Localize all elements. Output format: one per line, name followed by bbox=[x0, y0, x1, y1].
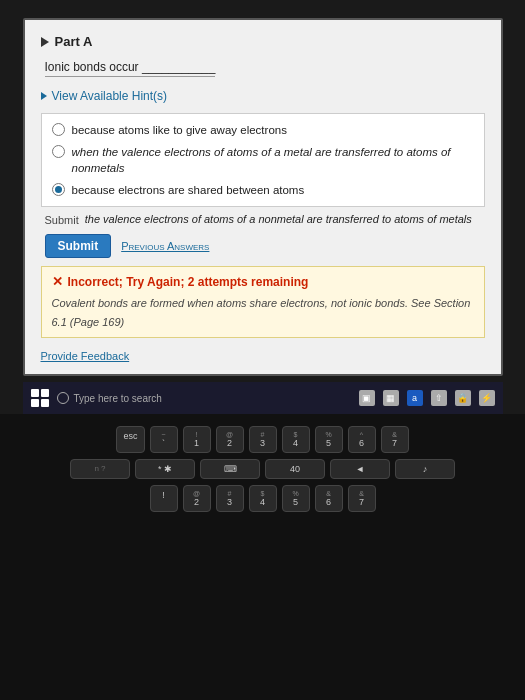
kb-1[interactable]: ! 1 bbox=[183, 426, 211, 453]
kb-tilde[interactable]: ~ ` bbox=[150, 426, 178, 453]
options-box: because atoms like to give away electron… bbox=[41, 113, 485, 207]
windows-icon[interactable] bbox=[31, 389, 49, 407]
provide-feedback-link[interactable]: Provide Feedback bbox=[41, 350, 130, 362]
kb-sound[interactable]: ♪ bbox=[395, 459, 455, 479]
hints-link[interactable]: View Available Hint(s) bbox=[52, 89, 168, 103]
option-d-text: the valence electrons of atoms of a nonm… bbox=[85, 213, 472, 225]
ionic-bonds-text: Ionic bonds occur ___________ bbox=[45, 60, 216, 77]
option-c-text: because electrons are shared between ato… bbox=[72, 182, 474, 198]
submit-button[interactable]: Submit bbox=[45, 234, 112, 258]
radio-a[interactable] bbox=[52, 123, 65, 136]
kb-2[interactable]: @ 2 bbox=[216, 426, 244, 453]
previous-answers-link[interactable]: Previous Answers bbox=[121, 240, 209, 252]
ionic-bonds-line: Ionic bonds occur ___________ bbox=[45, 57, 485, 83]
kb-rect[interactable]: ⌨ bbox=[200, 459, 260, 479]
feedback-box: ✕ Incorrect; Try Again; 2 attempts remai… bbox=[41, 266, 485, 338]
x-icon: ✕ bbox=[52, 274, 63, 289]
option-c-row[interactable]: because electrons are shared between ato… bbox=[52, 182, 474, 198]
win-cell-3 bbox=[31, 399, 39, 407]
kb-6[interactable]: ^ 6 bbox=[348, 426, 376, 453]
kb-3[interactable]: # 3 bbox=[249, 426, 277, 453]
radio-c-fill bbox=[55, 186, 62, 193]
option-b-text: when the valence electrons of atoms of a… bbox=[72, 144, 474, 176]
kb-row-main: ! @ 2 # 3 $ 4 % 5 & 6 & 7 bbox=[20, 485, 505, 512]
win-cell-2 bbox=[41, 389, 49, 397]
taskbar-icon-2[interactable]: ▦ bbox=[383, 390, 399, 406]
taskbar-icon-5[interactable]: ⚡ bbox=[479, 390, 495, 406]
submit-option-d-area: Submit the valence electrons of atoms of… bbox=[41, 213, 485, 226]
kb-dollar[interactable]: $ 4 bbox=[249, 485, 277, 512]
taskbar-icons: ▣ ▦ a ⇧ 🔒 ⚡ bbox=[359, 390, 495, 406]
option-a-row[interactable]: because atoms like to give away electron… bbox=[52, 122, 474, 138]
part-a-title: Part A bbox=[55, 34, 93, 49]
kb-amp[interactable]: & 6 bbox=[315, 485, 343, 512]
collapse-icon bbox=[41, 37, 49, 47]
search-circle-icon bbox=[57, 392, 69, 404]
taskbar-icon-1[interactable]: ▣ bbox=[359, 390, 375, 406]
screen-content: Part A Ionic bonds occur ___________ Vie… bbox=[23, 18, 503, 376]
kb-row-top: esc ~ ` ! 1 @ 2 # 3 $ 4 % 5 ^ 6 bbox=[20, 426, 505, 453]
incorrect-line: ✕ Incorrect; Try Again; 2 attempts remai… bbox=[52, 274, 474, 289]
kb-num40[interactable]: 40 bbox=[265, 459, 325, 479]
submit-label-inline: Submit bbox=[45, 213, 79, 226]
kb-back[interactable]: ◄ bbox=[330, 459, 390, 479]
part-a-header: Part A bbox=[41, 34, 485, 49]
kb-hash[interactable]: # 3 bbox=[216, 485, 244, 512]
search-placeholder: Type here to search bbox=[74, 393, 162, 404]
taskbar: Type here to search ▣ ▦ a ⇧ 🔒 ⚡ bbox=[23, 382, 503, 414]
kb-excl[interactable]: ! bbox=[150, 485, 178, 512]
kb-7[interactable]: & 7 bbox=[381, 426, 409, 453]
search-area[interactable]: Type here to search bbox=[57, 392, 351, 404]
feedback-detail: Covalent bonds are formed when atoms sha… bbox=[52, 297, 471, 327]
chevron-right-icon bbox=[41, 92, 47, 100]
win-cell-4 bbox=[41, 399, 49, 407]
hints-row[interactable]: View Available Hint(s) bbox=[41, 89, 485, 103]
kb-asterisk[interactable]: * ✱ bbox=[135, 459, 195, 479]
taskbar-icon-4[interactable]: 🔒 bbox=[455, 390, 471, 406]
kb-esc[interactable]: esc bbox=[116, 426, 144, 453]
kb-percent[interactable]: % 5 bbox=[282, 485, 310, 512]
taskbar-icon-3[interactable]: ⇧ bbox=[431, 390, 447, 406]
kb-seven[interactable]: & 7 bbox=[348, 485, 376, 512]
option-a-text: because atoms like to give away electron… bbox=[72, 122, 474, 138]
kb-at[interactable]: @ 2 bbox=[183, 485, 211, 512]
kb-row-numbers: n ? * ✱ ⌨ 40 ◄ ♪ bbox=[20, 459, 505, 479]
radio-b[interactable] bbox=[52, 145, 65, 158]
win-cell-1 bbox=[31, 389, 39, 397]
keyboard-area: esc ~ ` ! 1 @ 2 # 3 $ 4 % 5 ^ 6 bbox=[0, 414, 525, 700]
kb-5[interactable]: % 5 bbox=[315, 426, 343, 453]
incorrect-text: Incorrect; Try Again; 2 attempts remaini… bbox=[68, 275, 309, 289]
kb-4[interactable]: $ 4 bbox=[282, 426, 310, 453]
submit-btn-row: Submit Previous Answers bbox=[41, 234, 485, 258]
taskbar-icon-a[interactable]: a bbox=[407, 390, 423, 406]
kb-num-label: n ? bbox=[70, 459, 130, 479]
option-b-row[interactable]: when the valence electrons of atoms of a… bbox=[52, 144, 474, 176]
radio-c[interactable] bbox=[52, 183, 65, 196]
